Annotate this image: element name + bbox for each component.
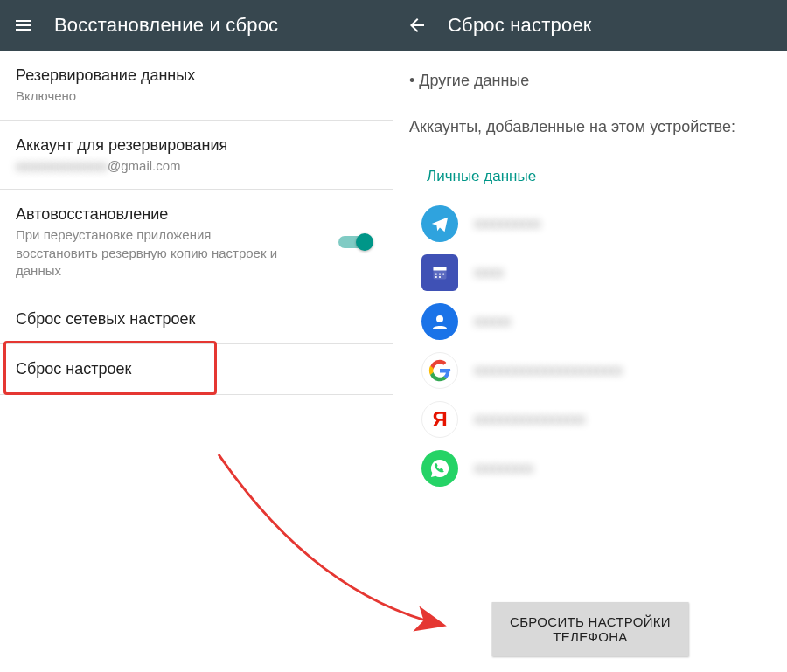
account-row-calendar[interactable]: xxxx: [409, 248, 771, 297]
whatsapp-icon: [421, 450, 458, 487]
bullet-other-data: • Другие данные: [409, 58, 771, 90]
svg-rect-1: [434, 267, 447, 271]
appbar-right: Сброс настроек: [394, 0, 787, 51]
calendar-icon: [421, 254, 458, 291]
settings-list: Резервирование данных Включено Аккаунт д…: [0, 51, 393, 395]
item-sub: Включено: [16, 87, 296, 105]
item-sub: xxxxxxxxxxxxxx@gmail.com: [16, 157, 296, 175]
google-icon: [421, 352, 458, 389]
menu-icon[interactable]: [12, 14, 35, 37]
screen-title-left: Восстановление и сброс: [54, 14, 278, 37]
left-screen: Восстановление и сброс Резервирование да…: [0, 0, 394, 672]
svg-point-4: [442, 274, 444, 275]
accounts-list: xxxxxxxxx xxxx xxxxx: [409, 199, 771, 493]
item-label: Аккаунт для резервирования: [16, 135, 377, 156]
account-label: xxxxxxxxxxxxxxx: [474, 411, 586, 428]
account-row-contact[interactable]: xxxxx: [409, 297, 771, 346]
item-backup-data[interactable]: Резервирование данных Включено: [0, 51, 393, 121]
account-label: xxxxxxxxx: [474, 215, 541, 232]
reset-phone-button[interactable]: СБРОСИТЬ НАСТРОЙКИ ТЕЛЕФОНА: [492, 602, 689, 656]
section-personal: Личные данные: [427, 168, 771, 185]
right-screen: Сброс настроек • Другие данные Аккаунты,…: [394, 0, 787, 672]
account-label: xxxxxxxx: [474, 460, 533, 477]
back-icon[interactable]: [406, 14, 428, 37]
account-row-whatsapp[interactable]: xxxxxxxx: [409, 444, 771, 493]
account-prefix-blur: xxxxxxxxxxxxxx: [16, 158, 108, 173]
screen-title-right: Сброс настроек: [448, 14, 592, 37]
item-label: Сброс сетевых настроек: [16, 308, 377, 329]
yandex-icon: Я: [421, 401, 458, 438]
reset-content: • Другие данные Аккаунты, добавленные на…: [394, 51, 787, 493]
accounts-heading: Аккаунты, добавленные на этом устройстве…: [409, 116, 771, 138]
svg-point-5: [435, 276, 437, 278]
account-row-telegram[interactable]: xxxxxxxxx: [409, 199, 771, 248]
item-sub: При переустановке приложения восстановит…: [16, 226, 296, 280]
item-backup-account[interactable]: Аккаунт для резервирования xxxxxxxxxxxxx…: [0, 121, 393, 191]
item-label: Сброс настроек: [16, 358, 377, 379]
account-row-yandex[interactable]: Я xxxxxxxxxxxxxxx: [409, 395, 771, 444]
svg-point-3: [439, 274, 441, 275]
contact-icon: [421, 303, 458, 340]
item-factory-reset[interactable]: Сброс настроек: [0, 344, 393, 394]
svg-point-7: [436, 315, 443, 322]
auto-restore-toggle[interactable]: [338, 233, 373, 251]
svg-point-6: [439, 276, 441, 278]
account-label: xxxx: [474, 264, 504, 281]
account-label: xxxxxxxxxxxxxxxxxxxx: [474, 362, 623, 379]
account-row-google[interactable]: xxxxxxxxxxxxxxxxxxxx: [409, 346, 771, 395]
appbar-left: Восстановление и сброс: [0, 0, 393, 51]
item-label: Автовосстановление: [16, 204, 377, 225]
account-suffix: @gmail.com: [108, 158, 181, 173]
svg-point-2: [435, 274, 437, 275]
item-network-reset[interactable]: Сброс сетевых настроек: [0, 294, 393, 344]
item-label: Резервирование данных: [16, 65, 377, 86]
telegram-icon: [421, 205, 458, 242]
item-auto-restore[interactable]: Автовосстановление При переустановке при…: [0, 190, 393, 294]
account-label: xxxxx: [474, 313, 512, 330]
